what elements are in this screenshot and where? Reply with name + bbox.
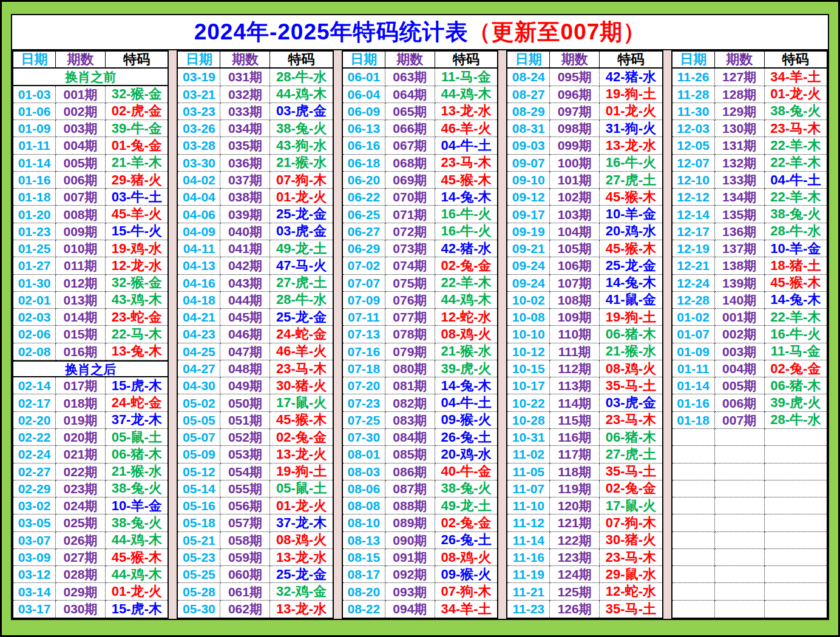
date-cell: 11-16 xyxy=(507,549,550,566)
code-cell: 35-马-土 xyxy=(600,377,662,394)
period-cell: 132期 xyxy=(715,155,765,172)
date-cell: 01-30 xyxy=(13,275,56,292)
date-cell: 11-07 xyxy=(507,480,550,497)
code-cell: 27-虎-土 xyxy=(270,275,332,292)
date-cell: 04-02 xyxy=(178,172,220,189)
code-cell: 03-虎-金 xyxy=(270,223,332,240)
code-cell: 45-猴-木 xyxy=(600,240,662,257)
date-cell: 04-09 xyxy=(178,223,220,240)
period-cell: 083期 xyxy=(385,412,435,429)
code-cell: 39-虎-火 xyxy=(435,360,497,377)
code-cell: 32-猴-金 xyxy=(106,275,168,292)
date-cell: 08-01 xyxy=(343,446,385,463)
period-cell: 030期 xyxy=(56,601,106,618)
period-cell: 069期 xyxy=(385,172,435,189)
code-cell: 07-狗-木 xyxy=(270,172,332,189)
period-cell: 016期 xyxy=(56,343,106,360)
code-cell: 29-猪-火 xyxy=(106,172,168,189)
period-cell: 015期 xyxy=(56,326,106,343)
empty-date-cell xyxy=(672,480,715,497)
code-cell: 17-鼠-火 xyxy=(600,497,662,514)
period-cell: 026期 xyxy=(56,532,106,549)
period-cell: 121期 xyxy=(550,514,600,531)
code-cell: 06-猪-木 xyxy=(765,377,827,394)
code-cell: 12-蛇-水 xyxy=(600,583,662,600)
header-code: 特码 xyxy=(765,52,827,69)
header-code: 特码 xyxy=(270,52,332,69)
date-cell: 06-29 xyxy=(343,240,385,257)
code-cell: 34-羊-土 xyxy=(765,69,827,86)
date-cell: 08-27 xyxy=(507,86,550,103)
date-cell: 05-12 xyxy=(178,463,220,480)
code-cell: 45-羊-火 xyxy=(106,206,168,223)
date-cell: 05-28 xyxy=(178,583,220,600)
period-cell: 038期 xyxy=(220,189,270,206)
code-cell: 02-兔-金 xyxy=(270,429,332,446)
code-cell: 43-狗-水 xyxy=(270,137,332,154)
date-cell: 09-19 xyxy=(507,223,550,240)
column-group-4: 日期期数特码08-24095期42-猪-水08-27096期19-狗-土08-2… xyxy=(506,50,663,619)
period-cell: 122期 xyxy=(550,532,600,549)
date-cell: 04-27 xyxy=(178,360,220,377)
period-cell: 085期 xyxy=(385,446,435,463)
code-cell: 14-兔-木 xyxy=(435,377,497,394)
table-area: 日期期数特码换肖之前01-03001期32-猴-金01-06002期02-虎-金… xyxy=(12,50,828,619)
empty-code-cell xyxy=(765,429,827,446)
code-cell: 13-龙-水 xyxy=(600,137,662,154)
code-cell: 47-马-火 xyxy=(270,257,332,274)
period-cell: 048期 xyxy=(220,360,270,377)
code-cell: 49-龙-土 xyxy=(270,240,332,257)
period-cell: 022期 xyxy=(56,463,106,480)
code-cell: 11-马-金 xyxy=(435,69,497,86)
date-cell: 08-15 xyxy=(343,549,385,566)
code-cell: 27-虎-土 xyxy=(600,172,662,189)
empty-code-cell xyxy=(765,549,827,566)
date-cell: 07-11 xyxy=(343,309,385,326)
empty-date-cell xyxy=(672,463,715,480)
period-cell: 111期 xyxy=(550,343,600,360)
date-cell: 11-26 xyxy=(672,69,715,86)
code-cell: 23-马-木 xyxy=(270,360,332,377)
empty-date-cell xyxy=(672,497,715,514)
date-cell: 03-23 xyxy=(178,103,220,120)
date-cell: 01-23 xyxy=(13,223,56,240)
period-cell: 067期 xyxy=(385,137,435,154)
empty-date-cell xyxy=(672,514,715,531)
code-cell: 10-羊-金 xyxy=(600,206,662,223)
date-cell: 05-16 xyxy=(178,497,220,514)
date-cell: 12-14 xyxy=(672,206,715,223)
date-cell: 01-14 xyxy=(672,377,715,394)
code-cell: 25-龙-金 xyxy=(600,257,662,274)
period-cell: 037期 xyxy=(220,172,270,189)
date-cell: 03-19 xyxy=(178,69,220,86)
date-cell: 03-12 xyxy=(13,566,56,583)
code-cell: 16-牛-火 xyxy=(600,155,662,172)
empty-code-cell xyxy=(765,446,827,463)
code-cell: 21-猴-水 xyxy=(270,155,332,172)
empty-date-cell xyxy=(672,549,715,566)
period-cell: 013期 xyxy=(56,292,106,309)
code-cell: 35-马-土 xyxy=(600,601,662,618)
period-cell: 065期 xyxy=(385,103,435,120)
date-cell: 12-07 xyxy=(672,155,715,172)
period-cell: 049期 xyxy=(220,377,270,394)
code-cell: 28-牛-水 xyxy=(765,412,827,429)
section-header: 换肖之后 xyxy=(13,360,168,377)
empty-date-cell xyxy=(672,532,715,549)
header-period: 期数 xyxy=(385,52,435,69)
period-cell: 041期 xyxy=(220,240,270,257)
section-header: 换肖之前 xyxy=(13,69,168,86)
period-cell: 054期 xyxy=(220,463,270,480)
code-cell: 16-牛-火 xyxy=(435,206,497,223)
date-cell: 05-05 xyxy=(178,412,220,429)
date-cell: 08-06 xyxy=(343,480,385,497)
code-cell: 32-猴-金 xyxy=(106,86,168,103)
date-cell: 11-23 xyxy=(507,601,550,618)
header-code: 特码 xyxy=(106,52,168,69)
empty-period-cell xyxy=(715,480,765,497)
period-cell: 097期 xyxy=(550,103,600,120)
period-cell: 078期 xyxy=(385,326,435,343)
date-cell: 03-17 xyxy=(13,601,56,618)
period-cell: 131期 xyxy=(715,137,765,154)
date-cell: 04-23 xyxy=(178,326,220,343)
